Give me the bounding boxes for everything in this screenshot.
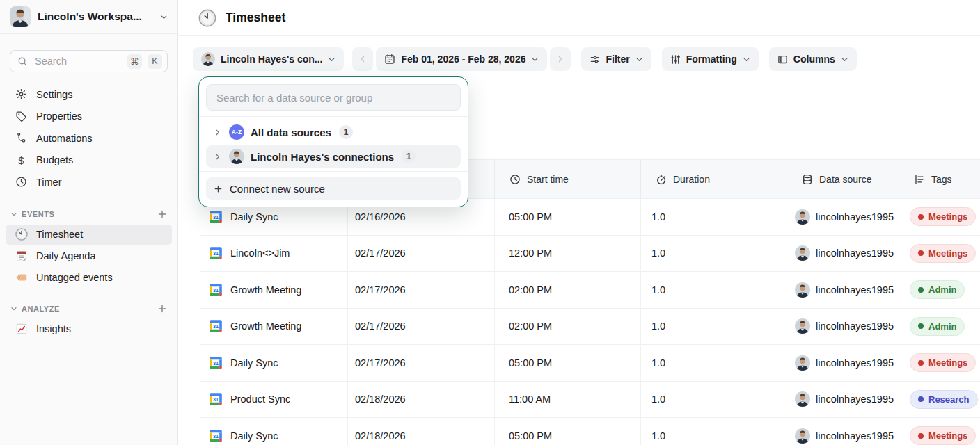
sidebar-item-label: Budgets (36, 154, 73, 165)
tag-pill[interactable]: Meetings (910, 426, 976, 445)
add-event-view-icon[interactable] (157, 209, 167, 219)
sidebar-item-label: Daily Agenda (36, 250, 95, 261)
sidebar-item-settings[interactable]: Settings (0, 83, 177, 106)
tag-pill[interactable]: Research (910, 390, 978, 409)
column-header-tags[interactable]: Tags (899, 160, 980, 198)
workspace-avatar (10, 6, 31, 27)
tag-pill[interactable]: Admin (910, 317, 965, 336)
data-source-search-input[interactable] (215, 91, 452, 104)
event-name: Daily Sync (230, 357, 278, 369)
sidebar-item-timesheet[interactable]: Timesheet (6, 225, 172, 245)
section-header-events[interactable]: EVENTS (0, 204, 177, 224)
chevron-down-icon (328, 56, 335, 63)
page-header: Timesheet (178, 0, 980, 36)
event-duration-cell: 1.0 (640, 382, 787, 418)
formatting-button[interactable]: Formatting (662, 47, 759, 71)
event-duration-cell: 1.0 (640, 236, 787, 272)
chevron-right-icon (212, 129, 223, 136)
workspace-switcher[interactable]: Lincoln's Workspa... (0, 0, 177, 34)
tag-pill[interactable]: Meetings (910, 244, 976, 263)
toolbar: Lincoln Hayes's con... Feb 01, 2026 - Fe… (193, 47, 980, 71)
divider (199, 116, 468, 117)
event-name-cell: 31Product Sync (200, 382, 347, 418)
table-row[interactable]: 31Daily Sync02/17/202605:00 PM1.0lincoln… (200, 345, 980, 382)
columns-button[interactable]: Columns (769, 47, 857, 71)
data-source-search[interactable] (206, 84, 461, 111)
data-source-dropdown: A-Z All data sources 1 Lincoln Hayes's c… (198, 76, 468, 207)
table-row[interactable]: 31Growth Meeting02/17/202602:00 PM1.0lin… (200, 309, 980, 346)
tag-pill[interactable]: Meetings (910, 207, 976, 226)
workspace-name: Lincoln's Workspa... (38, 10, 153, 23)
data-source-name: lincolnhayes1995 (816, 394, 894, 405)
sidebar-item-label: Automations (36, 133, 93, 144)
sidebar: Lincoln's Workspa... ⌘ K Settings Proper… (0, 0, 178, 445)
section-header-analyze[interactable]: ANALYZE (0, 299, 177, 318)
svg-text:31: 31 (213, 432, 219, 439)
sidebar-item-untagged-events[interactable]: Untagged events (6, 268, 172, 288)
sidebar-item-label: Timesheet (36, 229, 83, 240)
group-label: Lincoln Hayes's connections (251, 151, 394, 163)
sidebar-item-properties[interactable]: Properties (0, 106, 177, 128)
sidebar-search[interactable]: ⌘ K (10, 50, 168, 72)
event-name-cell: 31Daily Sync (200, 345, 347, 381)
chevron-down-icon (10, 305, 17, 312)
sidebar-item-budgets[interactable]: $ Budgets (0, 149, 177, 172)
tag-pill[interactable]: Meetings (910, 353, 976, 372)
table-row[interactable]: 31Lincoln<>Jim02/17/202612:00 PM1.0linco… (200, 236, 980, 273)
tag-color-dot (918, 287, 924, 293)
columns-icon (777, 54, 788, 65)
data-source-name: lincolnhayes1995 (816, 211, 894, 222)
column-header-start-time[interactable]: Start time (494, 160, 640, 198)
event-duration-cell: 1.0 (640, 309, 787, 345)
connect-new-source-button[interactable]: Connect new source (206, 177, 461, 200)
group-lincoln-connections[interactable]: Lincoln Hayes's connections 1 (206, 145, 461, 168)
tag-label: Meetings (928, 357, 967, 368)
tag-pill[interactable]: Admin (910, 280, 965, 299)
search-input[interactable] (33, 55, 122, 67)
event-duration-cell: 1.0 (640, 199, 787, 235)
event-tag-cell: Meetings (899, 418, 980, 445)
prev-period-button[interactable] (352, 47, 373, 71)
event-tag-cell: Meetings (899, 236, 980, 272)
chevron-down-icon (531, 56, 539, 63)
sidebar-item-automations[interactable]: Automations (0, 127, 177, 149)
table-row[interactable]: 31Daily Sync02/18/202605:00 PM1.0lincoln… (200, 418, 980, 445)
svg-text:31: 31 (213, 286, 219, 293)
table-row[interactable]: 31Product Sync02/18/202611:00 AM1.0linco… (200, 382, 980, 419)
event-tag-cell: Admin (899, 272, 980, 308)
filter-button[interactable]: Filter (581, 47, 651, 71)
sidebar-item-timer[interactable]: Timer (0, 171, 177, 193)
event-data-source-cell: lincolnhayes1995 (787, 272, 899, 308)
next-period-button[interactable] (550, 47, 571, 71)
table-row[interactable]: 31Growth Meeting02/17/202602:00 PM1.0lin… (200, 272, 980, 309)
calendar-icon (384, 54, 395, 65)
sidebar-item-daily-agenda[interactable]: Daily Agenda (6, 246, 172, 266)
google-calendar-icon: 31 (209, 429, 223, 443)
event-start-time-cell: 05:00 PM (494, 199, 640, 235)
sidebar-item-insights[interactable]: Insights (6, 319, 172, 339)
timesheet-clock-icon (15, 228, 28, 241)
plus-icon (214, 184, 223, 193)
data-source-name: lincolnhayes1995 (816, 284, 894, 296)
shortcut-cmd-key: ⌘ (127, 54, 142, 69)
sidebar-nav: Settings Properties Automations $ Budget… (0, 83, 177, 193)
event-tag-cell: Meetings (899, 199, 980, 235)
add-analyze-view-icon[interactable] (157, 304, 167, 314)
timesheet-clock-icon (198, 9, 216, 27)
avatar (795, 355, 810, 371)
column-header-data-source[interactable]: Data source (787, 160, 899, 198)
tag-label: Admin (928, 321, 956, 332)
event-data-source-cell: lincolnhayes1995 (787, 382, 899, 418)
section-label: ANALYZE (22, 305, 60, 313)
event-name-cell: 31Growth Meeting (200, 309, 347, 345)
column-header-duration[interactable]: Duration (640, 160, 787, 198)
sidebar-item-label: Insights (36, 323, 71, 334)
avatar (795, 391, 810, 407)
sidebar-item-label: Settings (36, 89, 72, 100)
event-start-time-cell: 05:00 PM (494, 345, 640, 381)
date-range-button[interactable]: Feb 01, 2026 - Feb 28, 2026 (376, 47, 547, 71)
data-source-selector-button[interactable]: Lincoln Hayes's con... (193, 47, 344, 71)
group-all-data-sources[interactable]: A-Z All data sources 1 (206, 121, 461, 143)
workflow-icon (15, 132, 27, 144)
tag-label: Meetings (928, 248, 967, 259)
